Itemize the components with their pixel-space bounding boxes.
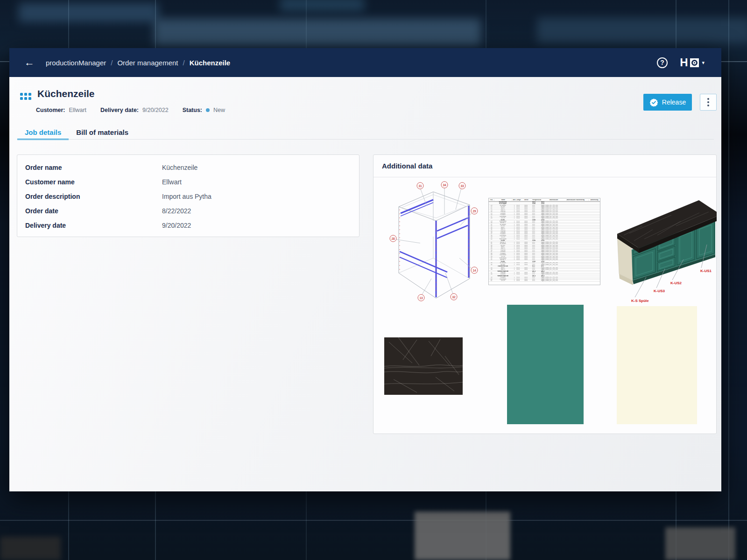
additional-data-card: Additional data [373, 154, 717, 434]
teal-material-swatch[interactable] [507, 305, 584, 424]
more-options-button[interactable] [700, 94, 717, 111]
detail-value: Ellwart [162, 178, 182, 186]
delivery-date-value: 9/20/2022 [142, 107, 169, 113]
order-meta-row: Customer: Ellwart Delivery date: 9/20/20… [36, 107, 225, 113]
status-label: Status: [183, 107, 202, 113]
desktop: { "app": { "breadcrumb": ["productionMan… [0, 0, 747, 560]
help-icon[interactable]: ? [657, 57, 668, 68]
breadcrumb-item-app[interactable]: productionManager [46, 59, 106, 67]
parts-table-rows: Küchenzeile960.0 960.0K-US Spüle574.0 57… [489, 202, 600, 282]
detail-label: Order date [25, 207, 162, 215]
additional-data-divider [374, 177, 716, 177]
order-details-card: Order name Küchenzeile Customer name Ell… [17, 154, 359, 237]
cad-drawing-thumbnail[interactable]: 31 34 33 29 28 14 13 32 [388, 181, 479, 304]
help-glyph: ? [660, 59, 664, 66]
background-gridline [0, 520, 747, 521]
detail-label: Order description [25, 193, 162, 200]
additional-data-title: Additional data [382, 162, 432, 170]
page-content: Küchenzeile Customer: Ellwart Delivery d… [9, 77, 721, 491]
render-label-us1: K-US1 [700, 269, 712, 273]
detail-row-delivery-date: Delivery date 9/20/2022 [17, 218, 359, 232]
tab-divider [17, 139, 714, 140]
homag-logo-icon [690, 58, 699, 67]
cad-callout: 32 [452, 295, 456, 299]
cad-callout: 33 [460, 184, 464, 188]
delivery-date-label: Delivery date: [100, 107, 139, 113]
release-button[interactable]: Release [643, 94, 692, 111]
release-button-label: Release [662, 98, 686, 106]
parts-table-header: Pos. Name Anz. Länge Breite Fertigteil/D… [489, 198, 600, 202]
parts-list-thumbnail[interactable]: Pos. Name Anz. Länge Breite Fertigteil/D… [488, 198, 600, 285]
detail-label: Customer name [25, 178, 162, 186]
cabinet-render-thumbnail[interactable]: K-S Spüle K-US3 K-US2 K-US1 [601, 189, 717, 307]
tab-bar: Job details Bill of materials [17, 125, 136, 139]
breadcrumb-item-current: Küchenzeile [190, 59, 231, 67]
background-band [19, 3, 159, 22]
background-band [280, 0, 364, 11]
customer-label: Customer: [36, 107, 65, 113]
cad-callout: 31 [418, 184, 422, 188]
cad-callout: 14 [472, 269, 476, 272]
background-band [154, 19, 481, 46]
detail-value: 8/22/2022 [162, 207, 191, 215]
detail-value: 9/20/2022 [162, 222, 191, 229]
breadcrumb-separator: / [111, 59, 113, 67]
topbar-right-group: ? H ▾ [657, 56, 705, 69]
marble-material-swatch[interactable] [384, 337, 463, 395]
detail-row-customer-name: Customer name Ellwart [17, 175, 359, 189]
top-navigation-bar: ← productionManager / Order management /… [9, 48, 721, 77]
detail-label: Delivery date [25, 222, 162, 229]
tab-bill-of-materials[interactable]: Bill of materials [69, 125, 136, 139]
cad-callout: 29 [472, 210, 476, 213]
detail-row-order-date: Order date 8/22/2022 [17, 203, 359, 218]
render-label-us3: K-US3 [654, 289, 665, 293]
page-actions: Release [643, 94, 717, 111]
detail-value: Küchenzeile [162, 164, 197, 171]
back-button[interactable]: ← [20, 53, 39, 72]
back-arrow-icon: ← [24, 56, 35, 69]
detail-row-order-name: Order name Küchenzeile [17, 160, 359, 175]
background-rect [415, 511, 510, 560]
cad-callout: 13 [419, 296, 423, 300]
tab-label: Job details [25, 128, 61, 136]
account-logo-menu[interactable]: H ▾ [680, 56, 705, 69]
background-band [537, 18, 747, 43]
app-window: ← productionManager / Order management /… [9, 48, 721, 491]
breadcrumb-item-order-management[interactable]: Order management [117, 59, 178, 67]
tab-job-details[interactable]: Job details [17, 125, 69, 139]
tab-label: Bill of materials [76, 128, 128, 136]
status-value: New [213, 107, 225, 113]
kebab-menu-icon [707, 98, 709, 106]
logo-letter: H [680, 56, 687, 69]
badge-check-icon [649, 98, 658, 107]
cream-material-swatch[interactable] [617, 306, 697, 424]
chevron-down-icon: ▾ [702, 60, 705, 66]
background-rect [0, 537, 61, 560]
order-grid-icon [20, 93, 32, 101]
detail-label: Order name [25, 164, 162, 171]
cad-callout: 28 [391, 237, 395, 240]
cad-callout: 34 [443, 183, 446, 187]
detail-value: Import aus Pytha [162, 193, 211, 200]
render-label-us2: K-US2 [670, 281, 682, 285]
customer-value: Ellwart [69, 107, 87, 113]
breadcrumb: productionManager / Order management / K… [46, 59, 230, 67]
render-label-spuele: K-S Spüle [631, 299, 649, 303]
background-gridline [728, 0, 729, 560]
detail-row-order-description: Order description Import aus Pytha [17, 189, 359, 203]
breadcrumb-separator: / [183, 59, 185, 67]
page-title: Küchenzeile [37, 88, 95, 99]
status-dot-icon [206, 108, 210, 112]
